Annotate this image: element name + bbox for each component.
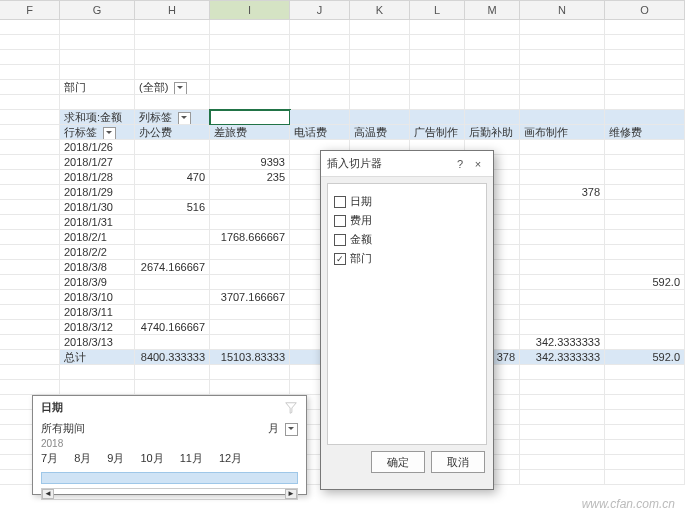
cell[interactable]	[210, 95, 290, 110]
help-icon[interactable]: ?	[451, 158, 469, 170]
slicer-field-option[interactable]: 金额	[334, 232, 480, 247]
cell[interactable]	[605, 260, 685, 275]
cell[interactable]	[60, 65, 135, 80]
cell[interactable]: 2018/2/1	[60, 230, 135, 245]
cell[interactable]	[135, 140, 210, 155]
cell[interactable]	[520, 140, 605, 155]
cell[interactable]	[135, 50, 210, 65]
cell[interactable]	[210, 275, 290, 290]
cell[interactable]: 2674.166667	[135, 260, 210, 275]
cell[interactable]	[60, 35, 135, 50]
cell[interactable]: 235	[210, 170, 290, 185]
cell[interactable]	[605, 470, 685, 485]
cell[interactable]: 总计	[60, 350, 135, 365]
cell[interactable]	[0, 245, 60, 260]
cell[interactable]: 高温费	[350, 125, 410, 140]
cell[interactable]	[60, 365, 135, 380]
cell[interactable]	[210, 50, 290, 65]
cell[interactable]	[290, 80, 350, 95]
cell[interactable]	[210, 380, 290, 395]
timeline-range-bar[interactable]	[41, 472, 298, 484]
cell[interactable]: 后勤补助	[465, 125, 520, 140]
cell[interactable]	[520, 380, 605, 395]
cell[interactable]	[0, 170, 60, 185]
cell[interactable]	[350, 95, 410, 110]
cell[interactable]	[0, 350, 60, 365]
cell[interactable]	[520, 230, 605, 245]
slicer-field-option[interactable]: ✓部门	[334, 251, 480, 266]
slicer-field-option[interactable]: 费用	[334, 213, 480, 228]
cell[interactable]	[605, 140, 685, 155]
cell[interactable]	[350, 80, 410, 95]
cell[interactable]	[135, 245, 210, 260]
cell[interactable]	[135, 35, 210, 50]
cell[interactable]: 广告制作	[410, 125, 465, 140]
cell[interactable]	[60, 95, 135, 110]
cell[interactable]	[210, 245, 290, 260]
col-N[interactable]: N	[520, 0, 605, 20]
cell[interactable]	[135, 230, 210, 245]
cell[interactable]	[0, 335, 60, 350]
cell[interactable]	[0, 215, 60, 230]
cell[interactable]: 2018/3/8	[60, 260, 135, 275]
cell[interactable]	[350, 65, 410, 80]
cell[interactable]	[135, 305, 210, 320]
cell[interactable]: 电话费	[290, 125, 350, 140]
cell[interactable]	[290, 65, 350, 80]
cell[interactable]: 1768.666667	[210, 230, 290, 245]
cell[interactable]	[410, 50, 465, 65]
cell[interactable]	[135, 215, 210, 230]
cell[interactable]	[520, 260, 605, 275]
cell[interactable]	[520, 320, 605, 335]
cell[interactable]: 行标签	[60, 125, 135, 140]
cell[interactable]	[605, 230, 685, 245]
cell[interactable]	[60, 20, 135, 35]
cell[interactable]	[465, 65, 520, 80]
cell[interactable]	[605, 95, 685, 110]
cell[interactable]: 部门	[60, 80, 135, 95]
cell[interactable]: 4740.166667	[135, 320, 210, 335]
cell[interactable]: 470	[135, 170, 210, 185]
cell[interactable]	[520, 170, 605, 185]
cell[interactable]	[605, 245, 685, 260]
cell[interactable]	[520, 440, 605, 455]
cell[interactable]	[135, 65, 210, 80]
cell[interactable]	[465, 35, 520, 50]
timeline-slicer[interactable]: 日期 所有期间 月 2018 7月8月9月10月11月12月 ◄ ►	[32, 395, 307, 495]
timeline-unit[interactable]: 月	[268, 422, 279, 434]
cell[interactable]	[0, 155, 60, 170]
chevron-down-icon[interactable]	[285, 423, 298, 436]
cell[interactable]	[210, 365, 290, 380]
cell[interactable]	[605, 185, 685, 200]
cell[interactable]	[520, 65, 605, 80]
cell[interactable]	[605, 455, 685, 470]
cell[interactable]	[605, 305, 685, 320]
cell[interactable]	[0, 380, 60, 395]
cell[interactable]	[0, 65, 60, 80]
dialog-titlebar[interactable]: 插入切片器 ? ×	[321, 151, 493, 177]
cell[interactable]	[410, 95, 465, 110]
cell[interactable]	[605, 290, 685, 305]
cell[interactable]: 2018/2/2	[60, 245, 135, 260]
cell[interactable]	[135, 20, 210, 35]
cell[interactable]	[465, 50, 520, 65]
cell[interactable]: 2018/3/9	[60, 275, 135, 290]
cell[interactable]	[350, 50, 410, 65]
cell[interactable]	[60, 380, 135, 395]
cell[interactable]: 2018/3/13	[60, 335, 135, 350]
cell[interactable]	[410, 110, 465, 125]
col-M[interactable]: M	[465, 0, 520, 20]
cell[interactable]	[290, 50, 350, 65]
ok-button[interactable]: 确定	[371, 451, 425, 473]
cell[interactable]	[605, 80, 685, 95]
cell[interactable]: 列标签	[135, 110, 210, 125]
cell[interactable]	[210, 185, 290, 200]
cell[interactable]	[605, 35, 685, 50]
cell[interactable]	[0, 95, 60, 110]
cell[interactable]: 2018/3/11	[60, 305, 135, 320]
cell[interactable]	[520, 275, 605, 290]
cell[interactable]: 2018/1/27	[60, 155, 135, 170]
cell[interactable]	[210, 215, 290, 230]
cell[interactable]	[350, 35, 410, 50]
cell[interactable]	[0, 80, 60, 95]
